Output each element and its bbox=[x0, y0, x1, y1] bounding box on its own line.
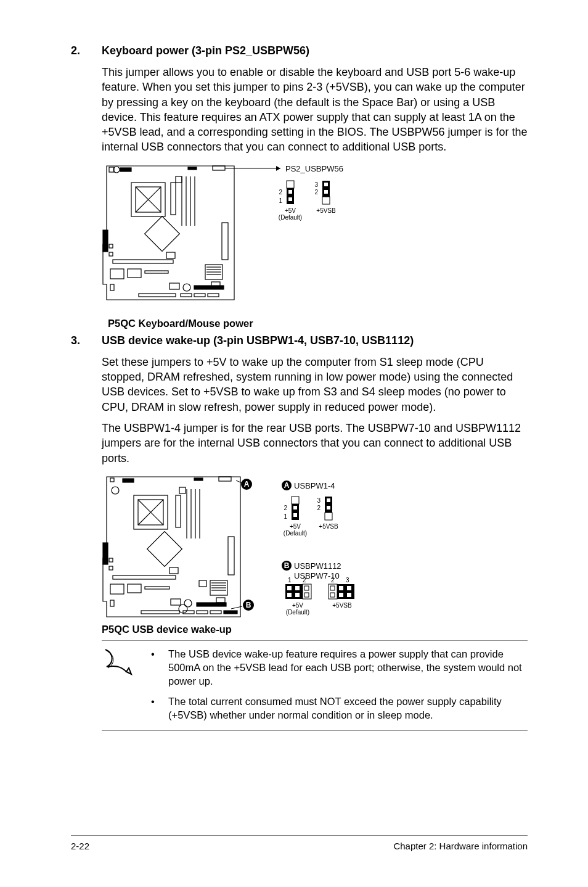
svg-rect-114 bbox=[325, 513, 332, 520]
svg-rect-16 bbox=[166, 252, 175, 258]
svg-text:+5VSB: +5VSB bbox=[332, 602, 352, 609]
svg-rect-74 bbox=[128, 584, 141, 593]
section-2-paragraph: This jumper allows you to enable or disa… bbox=[102, 65, 528, 155]
svg-rect-66 bbox=[179, 487, 186, 493]
svg-rect-125 bbox=[287, 586, 292, 590]
svg-rect-68 bbox=[103, 543, 108, 564]
svg-rect-42 bbox=[288, 197, 292, 201]
svg-rect-127 bbox=[287, 593, 292, 597]
svg-text:2: 2 bbox=[314, 189, 318, 196]
section-3-title: USB device wake-up (3-pin USBPW1-4, USB7… bbox=[102, 334, 414, 347]
svg-rect-24 bbox=[222, 223, 228, 260]
section-3-number: 3. bbox=[71, 334, 102, 347]
svg-rect-33 bbox=[194, 294, 205, 297]
svg-rect-88 bbox=[183, 611, 194, 614]
section-3-paragraph-2: The USBPW1-4 jumper is for the rear USB … bbox=[102, 421, 528, 466]
svg-rect-21 bbox=[110, 284, 114, 291]
svg-rect-140 bbox=[339, 586, 343, 590]
page-footer: 2-22 Chapter 2: Hardware information bbox=[71, 835, 528, 851]
svg-rect-11 bbox=[171, 183, 176, 215]
section-2-heading: 2. Keyboard power (3-pin PS2_USBPW56) bbox=[71, 44, 528, 57]
section-3-heading: 3. USB device wake-up (3-pin USBPW1-4, U… bbox=[71, 334, 528, 347]
svg-text:(Default): (Default) bbox=[286, 609, 309, 616]
svg-rect-36 bbox=[176, 176, 182, 183]
svg-text:2: 2 bbox=[317, 505, 321, 511]
section-2-diagram: PS2_USBPW56 2 1 +5V (Default) 3 2 bbox=[102, 161, 528, 329]
svg-marker-38 bbox=[276, 166, 280, 171]
section-2-number: 2. bbox=[71, 44, 102, 57]
svg-rect-56 bbox=[194, 478, 203, 481]
svg-rect-12 bbox=[145, 216, 180, 251]
svg-rect-35 bbox=[194, 286, 224, 289]
svg-rect-13 bbox=[103, 230, 108, 252]
svg-text:+5V: +5V bbox=[290, 523, 301, 530]
svg-text:3: 3 bbox=[346, 577, 349, 584]
note-item-2: • The total current consumed must NOT ex… bbox=[151, 695, 528, 722]
svg-rect-89 bbox=[197, 611, 208, 614]
svg-text:1: 1 bbox=[284, 513, 287, 520]
svg-rect-67 bbox=[147, 532, 182, 567]
svg-rect-112 bbox=[327, 498, 330, 502]
svg-rect-86 bbox=[216, 598, 225, 603]
svg-rect-57 bbox=[219, 477, 231, 481]
svg-rect-105 bbox=[293, 506, 297, 510]
section-2-title: Keyboard power (3-pin PS2_USBPW56) bbox=[102, 44, 309, 57]
svg-rect-79 bbox=[228, 537, 234, 575]
svg-text:2: 2 bbox=[279, 189, 282, 196]
svg-point-58 bbox=[112, 487, 119, 494]
svg-text:2: 2 bbox=[284, 505, 287, 511]
svg-rect-131 bbox=[304, 593, 309, 597]
section-3-diagram: A B A USBPW1-4 2 1 +5V bbox=[102, 472, 528, 635]
svg-rect-91 bbox=[224, 611, 237, 614]
svg-rect-130 bbox=[304, 586, 309, 590]
svg-rect-48 bbox=[324, 183, 328, 186]
svg-rect-17 bbox=[113, 260, 173, 263]
svg-text:USBPW1112: USBPW1112 bbox=[294, 561, 341, 571]
svg-rect-54 bbox=[110, 478, 114, 482]
svg-rect-126 bbox=[295, 586, 300, 590]
svg-text:B: B bbox=[284, 561, 290, 570]
jumper-label: PS2_USBPW56 bbox=[285, 164, 343, 173]
svg-rect-34 bbox=[208, 294, 219, 297]
svg-rect-141 bbox=[347, 586, 351, 590]
svg-text:+5VSB: +5VSB bbox=[319, 523, 338, 530]
svg-text:(Default): (Default) bbox=[284, 530, 307, 537]
svg-text:1: 1 bbox=[279, 197, 282, 204]
svg-text:A: A bbox=[244, 480, 250, 489]
note-item-1: • The USB device wake-up feature require… bbox=[151, 647, 528, 688]
svg-rect-77 bbox=[171, 599, 181, 605]
svg-text:+5V: +5V bbox=[292, 602, 303, 609]
svg-rect-18 bbox=[110, 269, 124, 279]
svg-rect-72 bbox=[169, 567, 178, 574]
svg-rect-106 bbox=[293, 513, 297, 517]
svg-rect-137 bbox=[330, 586, 335, 590]
svg-rect-70 bbox=[109, 566, 113, 570]
svg-rect-14 bbox=[109, 244, 113, 248]
svg-rect-65 bbox=[176, 495, 181, 527]
svg-rect-41 bbox=[288, 190, 292, 194]
svg-rect-87 bbox=[141, 611, 179, 614]
svg-text:+5V: +5V bbox=[285, 207, 296, 214]
svg-text:+5VSB: +5VSB bbox=[316, 207, 336, 214]
svg-rect-128 bbox=[295, 593, 300, 597]
svg-rect-142 bbox=[339, 593, 343, 597]
note-block: • The USB device wake-up feature require… bbox=[102, 640, 528, 731]
svg-rect-76 bbox=[110, 600, 114, 606]
svg-rect-39 bbox=[287, 181, 294, 188]
svg-point-23 bbox=[183, 284, 190, 291]
svg-rect-4 bbox=[213, 166, 225, 170]
svg-rect-90 bbox=[210, 611, 221, 614]
svg-rect-129 bbox=[303, 584, 311, 599]
svg-rect-92 bbox=[197, 603, 226, 606]
svg-rect-15 bbox=[109, 252, 113, 256]
svg-rect-103 bbox=[292, 497, 299, 504]
svg-rect-55 bbox=[123, 479, 134, 482]
svg-text:3: 3 bbox=[317, 497, 321, 504]
svg-rect-113 bbox=[327, 506, 330, 510]
svg-rect-32 bbox=[181, 294, 192, 297]
svg-rect-2 bbox=[120, 168, 131, 171]
svg-rect-69 bbox=[109, 558, 113, 562]
svg-rect-136 bbox=[329, 584, 337, 599]
svg-rect-31 bbox=[139, 294, 176, 297]
svg-rect-73 bbox=[110, 584, 124, 594]
